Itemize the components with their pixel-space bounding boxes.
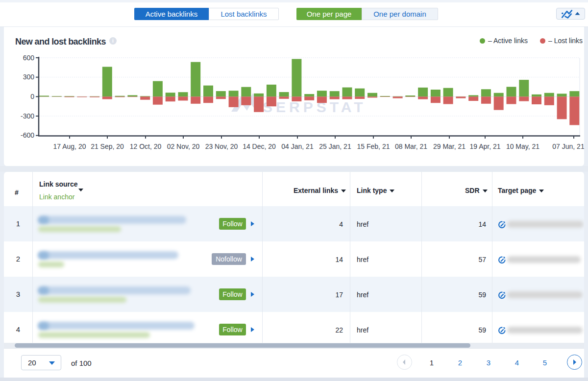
svg-text:08 Mar, 21: 08 Mar, 21 xyxy=(395,143,427,150)
svg-text:12 Oct, 20: 12 Oct, 20 xyxy=(130,143,162,150)
svg-text:17 Aug, 20: 17 Aug, 20 xyxy=(53,143,86,150)
svg-text:-300: -300 xyxy=(21,112,34,120)
svg-text:300: 300 xyxy=(23,73,35,81)
svg-text:25 Jan, 21: 25 Jan, 21 xyxy=(319,143,351,150)
svg-text:14 Dec, 20: 14 Dec, 20 xyxy=(243,143,276,150)
svg-text:07 Jun, 21: 07 Jun, 21 xyxy=(552,143,584,150)
svg-text:600: 600 xyxy=(23,54,35,62)
svg-text:-600: -600 xyxy=(21,131,34,139)
svg-text:SERPSTAT: SERPSTAT xyxy=(263,99,367,115)
svg-text:19 Apr, 21: 19 Apr, 21 xyxy=(469,143,500,150)
svg-text:10 May, 21: 10 May, 21 xyxy=(506,143,539,150)
svg-text:23 Nov, 20: 23 Nov, 20 xyxy=(205,143,238,150)
svg-text:0: 0 xyxy=(30,93,34,100)
svg-text:29 Mar, 21: 29 Mar, 21 xyxy=(433,143,466,150)
svg-text:15 Feb, 21: 15 Feb, 21 xyxy=(357,143,390,150)
svg-text:02 Nov, 20: 02 Nov, 20 xyxy=(167,143,200,150)
svg-text:21 Sep, 20: 21 Sep, 20 xyxy=(91,143,124,150)
svg-text:04 Jan, 21: 04 Jan, 21 xyxy=(281,143,314,150)
